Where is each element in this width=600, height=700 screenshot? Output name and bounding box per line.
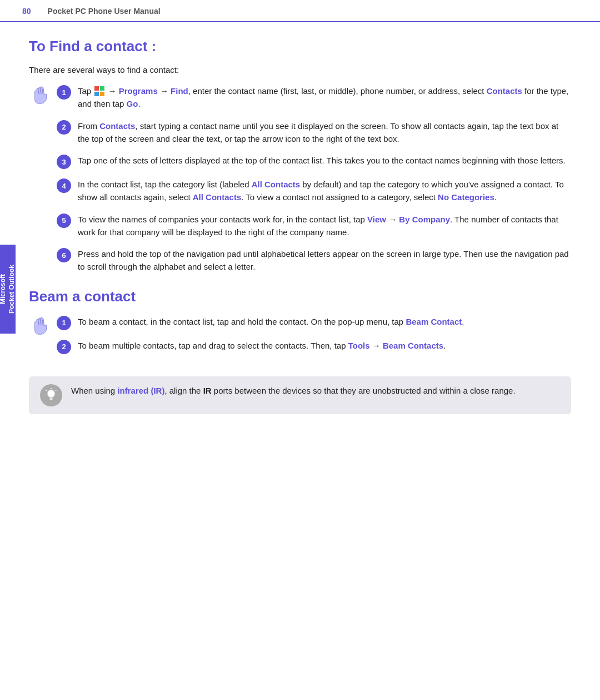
page-number: 80 — [22, 7, 31, 16]
find-step-1: 1 Tap → Programs → Find, enter the conta… — [57, 85, 571, 111]
beam-arrow-hand-icon — [31, 315, 52, 336]
beam-tip-icon — [29, 315, 53, 336]
info-box-text: When using infrared (IR), align the IR p… — [71, 384, 516, 397]
step-3-text: Tap one of the sets of letters displayed… — [78, 154, 571, 167]
step-badge-1: 1 — [57, 85, 71, 100]
lightbulb-icon-container — [39, 384, 63, 406]
find-step-3: 3 Tap one of the sets of letters display… — [57, 154, 571, 169]
beam-steps-list: 1 To beam a contact, in the contact list… — [57, 315, 571, 363]
all-contacts-link-1: All Contacts — [252, 180, 301, 189]
find-contact-steps-list: 1 Tap → Programs → Find, enter the conta… — [57, 85, 571, 282]
view-link: View — [367, 215, 386, 224]
intro-text: There are several ways to find a contact… — [29, 65, 571, 75]
lightbulb-circle — [40, 384, 62, 406]
go-link: Go — [127, 99, 138, 108]
all-contacts-link-2: All Contacts — [193, 192, 242, 202]
svg-rect-5 — [49, 398, 53, 399]
beam-contact-heading: Beam a contact — [29, 288, 571, 305]
beam-step-badge-1: 1 — [57, 316, 71, 330]
tools-link: Tools — [348, 341, 370, 350]
no-categories-link: No Categories — [438, 192, 494, 202]
svg-rect-3 — [100, 92, 104, 96]
find-contact-steps-section: 1 Tap → Programs → Find, enter the conta… — [29, 85, 571, 282]
contacts-link-2: Contacts — [99, 121, 135, 131]
svg-rect-6 — [50, 399, 53, 400]
main-content: To Find a contact : There are several wa… — [0, 22, 600, 436]
step-badge-6: 6 — [57, 248, 71, 262]
beam-step-1: 1 To beam a contact, in the contact list… — [57, 315, 571, 330]
step-5-text: To view the names of companies your cont… — [78, 213, 571, 239]
step-badge-3: 3 — [57, 155, 71, 169]
page-header: 80 Pocket PC Phone User Manual — [0, 0, 600, 22]
svg-point-4 — [47, 390, 55, 398]
step-badge-2: 2 — [57, 120, 71, 135]
step-badge-4: 4 — [57, 178, 71, 193]
beam-contact-section: Beam a contact 1 — [29, 288, 571, 414]
info-box: When using infrared (IR), align the IR p… — [29, 376, 571, 414]
find-contact-heading: To Find a contact : — [29, 38, 571, 55]
tip-icon — [29, 85, 53, 106]
contacts-link-1: Contacts — [487, 86, 522, 96]
step-badge-5: 5 — [57, 214, 71, 228]
find-link: Find — [171, 86, 188, 96]
arrow-hand-icon — [31, 85, 52, 106]
step-1-text: Tap → Programs → Find, enter the contact… — [78, 85, 571, 111]
beam-step-badge-2: 2 — [57, 340, 71, 354]
find-step-2: 2 From Contacts, start typing a contact … — [57, 120, 571, 146]
beam-contact-link: Beam Contact — [406, 317, 462, 326]
side-tab-label: Microsoft Pocket Outlook — [0, 265, 17, 314]
svg-line-9 — [56, 390, 57, 391]
step-4-text: In the contact list, tap the category li… — [78, 178, 571, 204]
svg-rect-2 — [94, 92, 99, 96]
svg-line-8 — [46, 390, 47, 391]
find-step-4: 4 In the contact list, tap the category … — [57, 178, 571, 204]
step-2-text: From Contacts, start typing a contact na… — [78, 120, 571, 146]
beam-step-1-text: To beam a contact, in the contact list, … — [78, 315, 571, 328]
side-tab: Microsoft Pocket Outlook — [0, 245, 16, 334]
manual-title: Pocket PC Phone User Manual — [48, 7, 161, 16]
programs-link: Programs — [119, 86, 158, 96]
find-step-5: 5 To view the names of companies your co… — [57, 213, 571, 239]
svg-rect-0 — [94, 86, 99, 91]
svg-rect-1 — [100, 86, 104, 91]
find-step-6: 6 Press and hold the top of the navigati… — [57, 247, 571, 274]
step-6-text: Press and hold the top of the navigation… — [78, 247, 571, 274]
windows-logo-icon — [94, 86, 104, 96]
beam-contacts-link: Beam Contacts — [383, 341, 443, 350]
infrared-ir-link: infrared (IR) — [117, 386, 164, 395]
beam-step-2: 2 To beam multiple contacts, tap and dra… — [57, 339, 571, 354]
ir-bold: IR — [203, 386, 212, 395]
lightbulb-icon — [44, 388, 58, 403]
by-company-link: By Company — [399, 215, 450, 224]
beam-step-2-text: To beam multiple contacts, tap and drag … — [78, 339, 571, 352]
beam-contact-steps-section: 1 To beam a contact, in the contact list… — [29, 315, 571, 363]
